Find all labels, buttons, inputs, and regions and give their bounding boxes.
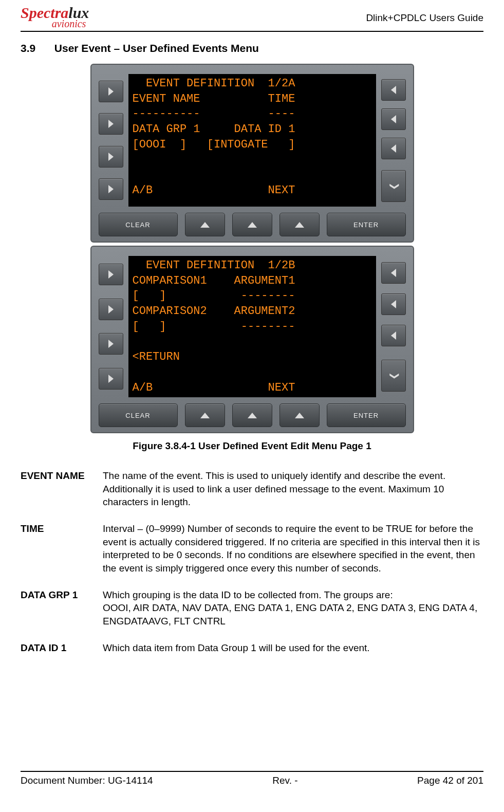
- triangle-right-icon: [108, 305, 114, 313]
- lsk-r1[interactable]: [381, 79, 406, 101]
- triangle-left-icon: [391, 115, 396, 123]
- page-down-button[interactable]: [381, 170, 406, 202]
- button-label: ENTER: [353, 221, 379, 229]
- triangle-right-icon: [108, 120, 114, 128]
- screen-line: <RETURN: [133, 350, 180, 363]
- triangle-up-icon: [200, 222, 210, 228]
- definition-row: DATA ID 1 Which data item from Data Grou…: [21, 641, 483, 655]
- lsk-r3[interactable]: [381, 325, 406, 346]
- guide-title: Dlink+CPDLC Users Guide: [366, 5, 483, 24]
- def-label: DATA ID 1: [21, 641, 103, 655]
- screen-line: COMPARISON2 ARGUMENT2: [133, 305, 295, 318]
- section-title: User Event – User Defined Events Menu: [54, 42, 259, 54]
- def-label: TIME: [21, 522, 103, 575]
- triangle-right-icon: [108, 340, 114, 348]
- def-label: DATA GRP 1: [21, 588, 103, 628]
- screen-line: EVENT DEFINITION 1/2A: [133, 77, 295, 90]
- lsk-l1[interactable]: [99, 264, 123, 285]
- page-footer: Document Number: UG-14114 Rev. - Page 42…: [21, 771, 483, 786]
- button-label: CLEAR: [125, 412, 150, 419]
- lsk-l3[interactable]: [99, 146, 123, 168]
- triangle-right-icon: [108, 375, 114, 383]
- right-lsk-column: [381, 256, 406, 397]
- screen-line: EVENT NAME TIME: [133, 93, 295, 105]
- def-text: Which data item from Data Group 1 will b…: [103, 641, 483, 655]
- screen-line: EVENT DEFINITION 1/2B: [133, 259, 295, 272]
- def-label: EVENT NAME: [21, 469, 103, 509]
- triangle-left-icon: [391, 331, 396, 340]
- figure-caption: Figure 3.8.4-1 User Defined Event Edit M…: [21, 440, 483, 452]
- def-text: The name of the event. This is used to u…: [103, 469, 483, 509]
- screen-line: A/B NEXT: [133, 184, 295, 197]
- def-text: Interval – (0–9999) Number of seconds to…: [103, 522, 483, 575]
- page-header: Spectralux avionics Dlink+CPDLC Users Gu…: [21, 5, 483, 32]
- definition-row: EVENT NAME The name of the event. This i…: [21, 469, 483, 509]
- triangle-up-icon: [248, 413, 257, 418]
- up-button-3[interactable]: [279, 213, 320, 236]
- logo: Spectralux avionics: [21, 5, 89, 29]
- definition-row: DATA GRP 1 Which grouping is the data ID…: [21, 588, 483, 628]
- triangle-left-icon: [391, 86, 396, 94]
- clear-button[interactable]: CLEAR: [99, 213, 178, 236]
- triangle-right-icon: [108, 153, 114, 161]
- triangle-left-icon: [391, 300, 396, 308]
- triangle-right-icon: [108, 87, 114, 96]
- screen-line: ---------- ----: [133, 107, 295, 120]
- cdu-screen-2: EVENT DEFINITION 1/2B COMPARISON1 ARGUME…: [128, 256, 376, 397]
- triangle-up-icon: [248, 222, 257, 228]
- button-label: CLEAR: [125, 221, 150, 229]
- left-lsk-column: [99, 74, 123, 207]
- button-label: ENTER: [353, 412, 379, 419]
- lsk-l1[interactable]: [99, 81, 123, 102]
- lsk-l2[interactable]: [99, 113, 123, 135]
- up-button-2[interactable]: [232, 213, 272, 236]
- revision: Rev. -: [272, 775, 297, 786]
- lsk-r1[interactable]: [381, 262, 406, 284]
- lsk-r2[interactable]: [381, 108, 406, 130]
- definition-row: TIME Interval – (0–9999) Number of secon…: [21, 522, 483, 575]
- cdu-device-1: EVENT DEFINITION 1/2A EVENT NAME TIME --…: [90, 64, 414, 243]
- screen-line: DATA GRP 1 DATA ID 1: [133, 123, 295, 136]
- lsk-r2[interactable]: [381, 293, 406, 315]
- cdu-device-2: EVENT DEFINITION 1/2B COMPARISON1 ARGUME…: [90, 246, 414, 433]
- definitions-block: EVENT NAME The name of the event. This i…: [21, 469, 483, 654]
- screen-line: [ ] --------: [133, 320, 295, 333]
- page-down-button[interactable]: [381, 360, 406, 392]
- enter-button[interactable]: ENTER: [327, 403, 406, 427]
- triangle-right-icon: [108, 185, 114, 193]
- triangle-left-icon: [391, 269, 396, 277]
- lsk-r3[interactable]: [381, 138, 406, 159]
- screen-line: [ ] --------: [133, 289, 295, 302]
- screen-line: COMPARISON1 ARGUMENT1: [133, 274, 295, 287]
- enter-button[interactable]: ENTER: [327, 213, 406, 236]
- clear-button[interactable]: CLEAR: [99, 403, 178, 427]
- def-text: Which grouping is the data ID to be coll…: [103, 588, 483, 628]
- chevron-down-icon: [389, 180, 397, 192]
- triangle-up-icon: [200, 413, 210, 418]
- screen-line: [OOOI ] [INTOGATE ]: [133, 138, 295, 151]
- left-lsk-column: [99, 256, 123, 397]
- triangle-up-icon: [295, 222, 304, 228]
- triangle-left-icon: [391, 144, 396, 153]
- doc-number: Document Number: UG-14114: [21, 775, 153, 786]
- right-lsk-column: [381, 74, 406, 207]
- up-button-1[interactable]: [185, 213, 225, 236]
- up-button-2[interactable]: [232, 403, 272, 427]
- chevron-down-icon: [389, 370, 397, 381]
- lsk-l4[interactable]: [99, 178, 123, 200]
- cdu-screen-1: EVENT DEFINITION 1/2A EVENT NAME TIME --…: [128, 74, 376, 207]
- lsk-l4[interactable]: [99, 368, 123, 390]
- lsk-l3[interactable]: [99, 333, 123, 355]
- triangle-right-icon: [108, 270, 114, 279]
- section-number: 3.9: [21, 42, 51, 54]
- page-number: Page 42 of 201: [417, 775, 483, 786]
- up-button-1[interactable]: [185, 403, 225, 427]
- lsk-l2[interactable]: [99, 299, 123, 320]
- up-button-3[interactable]: [279, 403, 320, 427]
- triangle-up-icon: [295, 413, 304, 418]
- screen-line: A/B NEXT: [133, 381, 295, 394]
- section-heading: 3.9 User Event – User Defined Events Men…: [21, 42, 483, 54]
